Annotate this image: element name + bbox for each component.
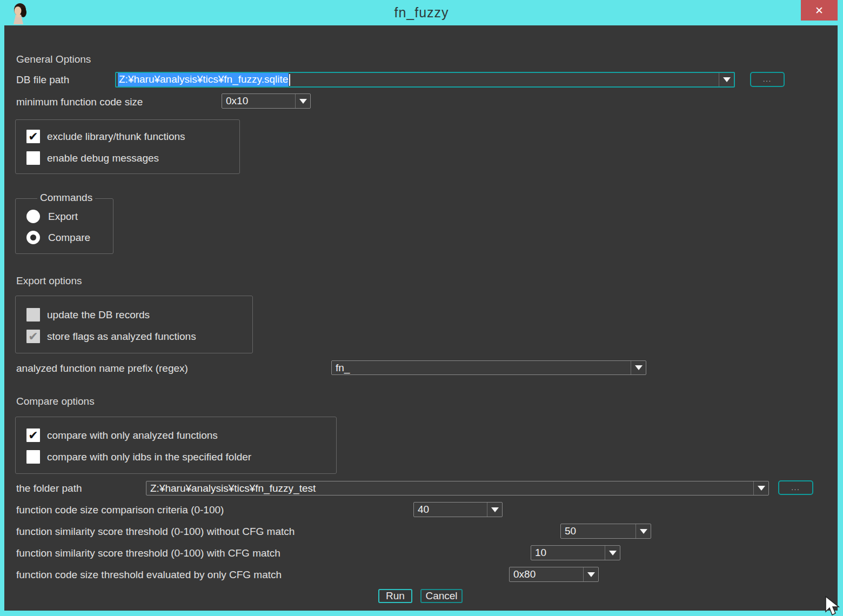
checkbox-unchecked[interactable] <box>26 450 40 464</box>
code-size-threshold-cfg-dropdown-button[interactable] <box>583 567 598 581</box>
compare-checkbox-group: ✔ compare with only analyzed functions c… <box>15 417 337 474</box>
radio-label: Compare <box>48 232 90 244</box>
code-size-criteria-combobox[interactable]: 40 <box>413 502 503 517</box>
dropdown-arrow-icon <box>635 365 643 370</box>
folder-path-browse-button[interactable]: ... <box>778 480 813 495</box>
radio-selected[interactable] <box>26 231 40 244</box>
similarity-with-cfg-value: 10 <box>531 547 605 559</box>
window-title: fn_fuzzy <box>0 5 843 21</box>
radio-export-row[interactable]: Export <box>26 210 78 223</box>
min-code-size-combobox[interactable]: 0x10 <box>222 93 311 109</box>
radio-label: Export <box>48 211 78 223</box>
dropdown-arrow-icon <box>609 551 617 555</box>
db-file-path-browse-button[interactable]: ... <box>750 72 785 87</box>
code-size-criteria-label: function code size comparison criteria (… <box>16 504 224 516</box>
code-size-threshold-cfg-combobox[interactable]: 0x80 <box>509 567 599 582</box>
radio-unselected[interactable] <box>26 210 40 223</box>
checkbox-label: store flags as analyzed functions <box>47 331 196 343</box>
dropdown-arrow-icon <box>299 99 307 104</box>
checkbox-label: enable debug messages <box>47 152 159 164</box>
checkbox-label: exclude library/thunk functions <box>47 131 185 143</box>
enable-debug-messages-row[interactable]: enable debug messages <box>26 151 159 165</box>
prefix-regex-value: fn_ <box>332 362 631 374</box>
similarity-with-cfg-dropdown-button[interactable] <box>605 546 620 560</box>
dropdown-arrow-icon <box>587 572 595 577</box>
folder-path-value: Z:¥haru¥analysis¥tics¥fn_fuzzy_test <box>146 483 753 494</box>
db-file-path-value-wrap: Z:¥haru¥analysis¥tics¥fn_fuzzy.sqlite <box>116 73 719 86</box>
export-checkbox-group: update the DB records ✔ store flags as a… <box>15 296 253 353</box>
min-code-size-label: minimum function code size <box>16 96 143 108</box>
general-checkbox-group: ✔ exclude library/thunk functions enable… <box>15 119 240 174</box>
compare-analyzed-row[interactable]: ✔ compare with only analyzed functions <box>26 428 218 442</box>
fn-fuzzy-dialog: { "window": { "title": "fn_fuzzy", "clos… <box>0 0 843 616</box>
commands-group-title: Commands <box>37 192 95 204</box>
checkbox-checked-disabled: ✔ <box>26 330 40 343</box>
exclude-library-thunk-row[interactable]: ✔ exclude library/thunk functions <box>26 130 185 143</box>
mouse-cursor <box>825 595 843 616</box>
prefix-regex-label: analyzed function name prefix (regex) <box>16 363 188 374</box>
dropdown-arrow-icon <box>491 507 499 512</box>
db-file-path-label: DB file path <box>16 74 69 86</box>
checkbox-checked[interactable]: ✔ <box>26 428 40 442</box>
store-flags-row[interactable]: ✔ store flags as analyzed functions <box>26 330 196 343</box>
dropdown-arrow-icon <box>640 529 647 534</box>
code-size-threshold-cfg-label: function code size threshold evaluated b… <box>16 569 282 581</box>
titlebar: fn_fuzzy ✕ <box>0 0 843 25</box>
folder-path-label: the folder path <box>16 483 82 494</box>
similarity-without-cfg-dropdown-button[interactable] <box>635 524 651 538</box>
similarity-without-cfg-label: function similarity score threshold (0-1… <box>16 526 295 538</box>
min-code-size-dropdown-button[interactable] <box>295 94 310 108</box>
update-db-records-row[interactable]: update the DB records <box>26 308 150 322</box>
code-size-criteria-value: 40 <box>414 504 487 515</box>
radio-dot <box>30 235 36 240</box>
folder-path-dropdown-button[interactable] <box>753 481 768 495</box>
run-button[interactable]: Run <box>378 589 412 603</box>
db-file-path-value: Z:¥haru¥analysis¥tics¥fn_fuzzy.sqlite <box>118 73 289 86</box>
close-icon: ✕ <box>815 4 824 17</box>
cancel-button[interactable]: Cancel <box>420 589 463 603</box>
similarity-with-cfg-label: function similarity score threshold (0-1… <box>16 547 280 559</box>
commands-group: Commands Export Compare <box>15 198 113 254</box>
db-file-path-combobox[interactable]: Z:¥haru¥analysis¥tics¥fn_fuzzy.sqlite <box>115 72 735 88</box>
general-options-heading: General Options <box>16 53 91 65</box>
checkbox-label: update the DB records <box>47 309 150 321</box>
min-code-size-value: 0x10 <box>222 95 295 107</box>
prefix-regex-combobox[interactable]: fn_ <box>331 360 646 375</box>
checkbox-label: compare with only idbs in the specified … <box>47 451 251 463</box>
checkbox-unchecked[interactable] <box>26 151 40 165</box>
dialog-content: General Options DB file path Z:¥haru¥ana… <box>4 25 838 611</box>
dropdown-arrow-icon <box>758 486 765 491</box>
checkbox-unchecked-disabled <box>26 308 40 322</box>
code-size-threshold-cfg-value: 0x80 <box>510 568 583 580</box>
code-size-criteria-dropdown-button[interactable] <box>487 503 502 517</box>
prefix-regex-dropdown-button[interactable] <box>631 361 646 374</box>
text-caret <box>289 74 290 86</box>
db-file-path-dropdown-button[interactable] <box>719 73 734 86</box>
similarity-without-cfg-combobox[interactable]: 50 <box>560 524 651 539</box>
compare-options-heading: Compare options <box>16 396 95 407</box>
compare-idbs-folder-row[interactable]: compare with only idbs in the specified … <box>26 450 251 464</box>
dropdown-arrow-icon <box>723 77 731 82</box>
similarity-with-cfg-combobox[interactable]: 10 <box>531 545 620 560</box>
folder-path-combobox[interactable]: Z:¥haru¥analysis¥tics¥fn_fuzzy_test <box>146 481 769 496</box>
similarity-without-cfg-value: 50 <box>561 525 635 537</box>
export-options-heading: Export options <box>16 275 82 287</box>
radio-compare-row[interactable]: Compare <box>26 231 90 244</box>
checkbox-label: compare with only analyzed functions <box>47 430 218 441</box>
close-button[interactable]: ✕ <box>801 0 838 21</box>
checkbox-checked[interactable]: ✔ <box>26 130 40 143</box>
